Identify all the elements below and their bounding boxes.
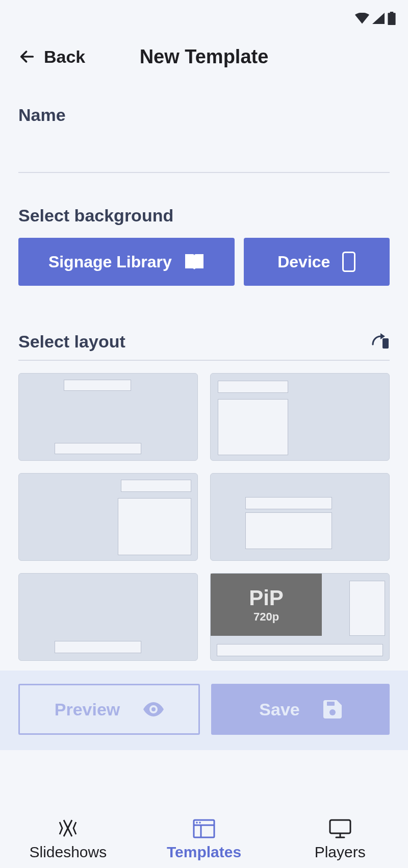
layout-option-3[interactable] [18, 473, 198, 561]
action-bar: Preview Save [0, 671, 408, 750]
svg-point-4 [329, 709, 336, 715]
layout-pane [121, 480, 191, 492]
save-icon [323, 700, 342, 718]
back-label: Back [44, 47, 85, 67]
layout-pane [64, 380, 131, 391]
players-icon [328, 818, 352, 838]
svg-point-9 [199, 822, 201, 824]
phone-icon [342, 252, 355, 272]
layout-option-5[interactable] [18, 573, 198, 661]
nav-slideshows[interactable]: Slideshows [0, 797, 136, 868]
layout-option-1[interactable] [18, 373, 198, 461]
layout-option-2[interactable] [210, 373, 390, 461]
pip-subtitle: 720p [253, 611, 279, 623]
preview-label: Preview [55, 700, 120, 720]
preview-button[interactable]: Preview [18, 684, 200, 735]
rotate-icon[interactable] [369, 332, 390, 352]
svg-rect-10 [330, 820, 350, 833]
name-label: Name [18, 105, 390, 125]
arrow-left-icon [18, 48, 36, 65]
layout-pane [349, 581, 385, 636]
layout-option-pip[interactable]: PiP 720p [210, 573, 390, 661]
layout-group: Select layout [18, 332, 390, 661]
battery-icon [388, 12, 396, 25]
layout-pane [55, 641, 141, 653]
bottom-nav: Slideshows Templates Players [0, 797, 408, 868]
name-input[interactable] [18, 140, 390, 173]
svg-point-2 [151, 707, 156, 711]
book-icon [184, 253, 205, 270]
page-title: New Template [140, 46, 269, 68]
layout-pane [55, 443, 141, 454]
signage-library-button[interactable]: Signage Library [18, 238, 235, 286]
nav-templates[interactable]: Templates [136, 797, 272, 868]
layout-pane [218, 399, 288, 455]
layout-label: Select layout [18, 332, 125, 352]
svg-rect-3 [327, 702, 335, 706]
wifi-icon [355, 13, 369, 24]
nav-players-label: Players [315, 844, 366, 861]
background-label: Select background [18, 206, 390, 226]
svg-rect-1 [382, 338, 389, 349]
layout-pane [245, 497, 332, 509]
save-label: Save [259, 700, 299, 720]
background-group: Select background Signage Library Device [18, 206, 390, 286]
layout-pane [118, 498, 191, 555]
device-button[interactable]: Device [244, 238, 390, 286]
layout-divider [18, 360, 390, 361]
nav-templates-label: Templates [167, 844, 241, 861]
svg-point-8 [196, 822, 198, 824]
nav-players[interactable]: Players [272, 797, 408, 868]
svg-rect-0 [343, 253, 355, 271]
pip-block: PiP 720p [211, 574, 322, 636]
layout-pane [218, 381, 288, 393]
name-field-group: Name [18, 105, 390, 173]
pip-title: PiP [249, 587, 284, 609]
header: Back New Template [0, 37, 408, 77]
signage-library-label: Signage Library [48, 253, 172, 271]
layout-option-4[interactable] [210, 473, 390, 561]
back-button[interactable]: Back [18, 47, 85, 67]
status-bar [0, 0, 408, 37]
save-button[interactable]: Save [211, 684, 390, 735]
device-label: Device [277, 253, 330, 271]
nav-slideshows-label: Slideshows [29, 844, 107, 861]
layout-pane [217, 644, 383, 656]
templates-icon [193, 819, 215, 838]
slideshows-icon [57, 818, 79, 838]
eye-icon [143, 702, 164, 716]
layout-pane [245, 512, 332, 549]
signal-icon [372, 13, 385, 24]
